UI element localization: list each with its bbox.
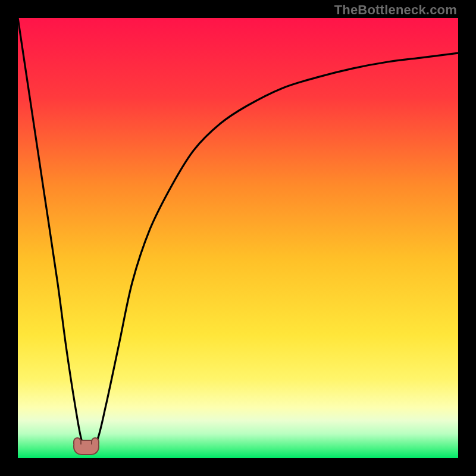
chart-frame: TheBottleneck.com <box>0 0 476 476</box>
bottleneck-curve <box>18 18 458 458</box>
plot-area <box>18 18 458 458</box>
watermark-text: TheBottleneck.com <box>334 2 457 18</box>
optimal-point-marker <box>73 440 99 455</box>
